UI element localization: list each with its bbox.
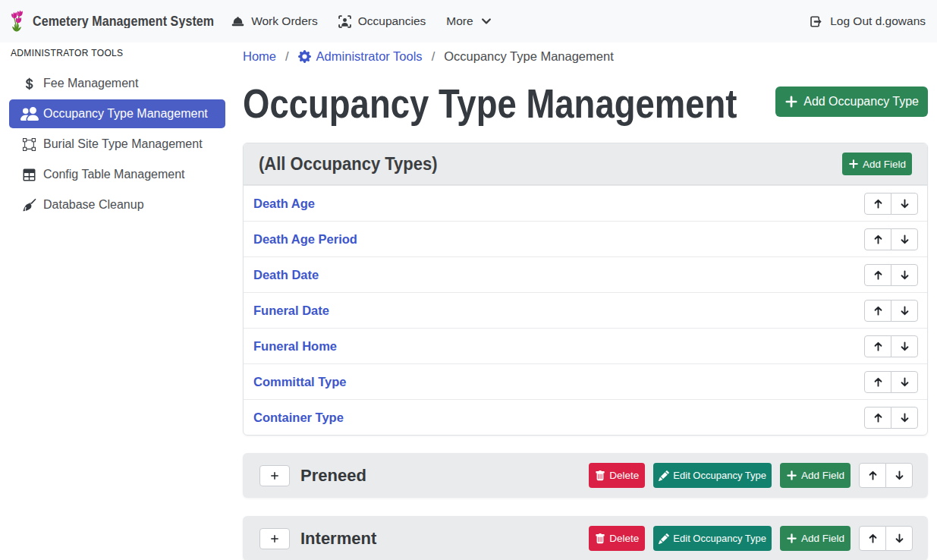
delete-button[interactable]: Delete <box>589 526 645 551</box>
sidebar-item-label: Config Table Management <box>43 168 185 181</box>
field-row: Death Age <box>244 185 927 221</box>
arrow-down-icon <box>899 198 910 209</box>
field-link-funeral-home[interactable]: Funeral Home <box>253 339 337 354</box>
trash-icon <box>595 533 605 544</box>
add-field-button[interactable]: Add Field <box>780 526 851 551</box>
main-content: Home / Administrator Tools / Occupancy T… <box>234 42 937 560</box>
delete-button[interactable]: Delete <box>589 463 645 488</box>
move-up-button[interactable] <box>864 264 891 286</box>
sidebar-item-burial-site-type-management[interactable]: Burial Site Type Management <box>9 130 225 159</box>
move-up-button[interactable] <box>864 300 891 322</box>
section-actions: Delete Edit Occupancy Type Add Field <box>589 463 913 488</box>
nav-item-more[interactable]: More <box>446 14 491 28</box>
all-occupancy-types-card: (All Occupancy Types) Add Field Death Ag… <box>243 143 928 436</box>
move-up-button[interactable] <box>864 335 891 357</box>
occupancy-type-section-interment: Interment Delete Edit Occupancy Type Add… <box>243 516 928 560</box>
person-bounding-box-icon <box>338 15 351 28</box>
nav-item-work-orders[interactable]: Work Orders <box>231 14 318 28</box>
move-down-button[interactable] <box>891 371 918 393</box>
field-link-death-age-period[interactable]: Death Age Period <box>253 232 357 247</box>
breadcrumb-home[interactable]: Home <box>243 49 276 64</box>
brand[interactable]: Cemetery Management System <box>11 10 214 33</box>
plus-icon <box>785 95 798 109</box>
arrow-up-icon <box>873 412 884 423</box>
breadcrumb-administrator-tools[interactable]: Administrator Tools <box>298 49 423 64</box>
field-row: Death Date <box>244 256 927 292</box>
move-down-button[interactable] <box>891 300 918 322</box>
field-link-committal-type[interactable]: Committal Type <box>253 375 347 389</box>
field-link-funeral-date[interactable]: Funeral Date <box>253 304 329 318</box>
sidebar-item-occupancy-type-management[interactable]: Occupancy Type Management <box>9 99 225 128</box>
logout-button[interactable]: Log Out d.gowans <box>810 14 926 28</box>
people-icon <box>20 105 39 123</box>
arrow-up-icon <box>873 305 884 316</box>
move-up-button[interactable] <box>859 526 886 551</box>
expand-button[interactable] <box>259 528 290 549</box>
arrow-up-icon <box>867 533 879 544</box>
page-header: Occupancy Type Management Add Occupancy … <box>243 85 928 123</box>
move-up-button[interactable] <box>859 463 886 488</box>
tulips-logo-icon <box>11 10 24 33</box>
field-link-container-type[interactable]: Container Type <box>253 411 344 425</box>
field-link-death-age[interactable]: Death Age <box>253 197 315 211</box>
arrow-down-icon <box>899 234 910 245</box>
table-icon <box>20 168 39 181</box>
field-row: Committal Type <box>244 363 927 399</box>
move-up-button[interactable] <box>864 228 891 250</box>
move-down-button[interactable] <box>885 526 913 551</box>
move-down-button[interactable] <box>891 228 918 250</box>
move-down-button[interactable] <box>891 335 918 357</box>
add-occupancy-type-button[interactable]: Add Occupancy Type <box>775 87 928 117</box>
field-link-death-date[interactable]: Death Date <box>253 268 319 282</box>
edit-occupancy-type-button[interactable]: Edit Occupancy Type <box>653 463 772 488</box>
move-up-button[interactable] <box>864 193 891 215</box>
expand-button[interactable] <box>259 465 290 486</box>
trash-icon <box>595 470 605 481</box>
move-down-button[interactable] <box>891 193 918 215</box>
logout-icon <box>810 15 823 28</box>
section-title: Preneed <box>300 466 366 486</box>
bounding-box-icon <box>20 138 39 151</box>
arrow-up-icon <box>867 470 879 481</box>
all-types-card-title: (All Occupancy Types) <box>259 153 438 175</box>
move-down-button[interactable] <box>891 264 918 286</box>
breadcrumb: Home / Administrator Tools / Occupancy T… <box>243 47 928 65</box>
reorder-buttons <box>864 407 918 429</box>
reorder-buttons <box>864 371 918 393</box>
brand-title: Cemetery Management System <box>33 14 214 29</box>
sidebar-item-fee-management[interactable]: Fee Management <box>9 69 225 98</box>
chevron-down-icon <box>481 16 492 27</box>
arrow-up-icon <box>873 376 884 388</box>
nav-item-label: More <box>446 14 473 28</box>
add-field-button[interactable]: Add Field <box>842 153 912 175</box>
edit-occupancy-type-button[interactable]: Edit Occupancy Type <box>653 526 772 551</box>
broom-icon <box>20 198 39 212</box>
reorder-buttons <box>864 193 918 215</box>
page-title: Occupancy Type Management <box>243 82 737 127</box>
reorder-buttons <box>864 300 918 322</box>
reorder-buttons <box>864 335 918 357</box>
sidebar-item-label: Occupancy Type Management <box>43 107 208 121</box>
sidebar-heading: ADMINISTRATOR TOOLS <box>11 48 234 58</box>
move-down-button[interactable] <box>891 407 918 429</box>
pencil-icon <box>659 533 669 544</box>
move-up-button[interactable] <box>864 371 891 393</box>
move-down-button[interactable] <box>885 463 913 488</box>
plus-icon <box>269 470 280 481</box>
hard-hat-icon <box>231 15 244 28</box>
nav-item-occupancies[interactable]: Occupancies <box>338 14 426 28</box>
nav-item-label: Occupancies <box>358 14 426 28</box>
field-row: Funeral Home <box>244 328 927 363</box>
arrow-down-icon <box>899 305 910 316</box>
move-up-button[interactable] <box>864 407 891 429</box>
add-field-button[interactable]: Add Field <box>780 463 851 488</box>
sidebar-item-config-table-management[interactable]: Config Table Management <box>9 160 225 189</box>
field-row: Death Age Period <box>244 221 927 256</box>
arrow-up-icon <box>873 341 884 352</box>
arrow-down-icon <box>894 470 905 481</box>
sidebar-item-database-cleanup[interactable]: Database Cleanup <box>9 190 225 219</box>
arrow-up-icon <box>873 198 884 209</box>
field-row: Funeral Date <box>244 292 927 328</box>
plus-icon <box>786 533 797 544</box>
breadcrumb-separator: / <box>432 49 435 64</box>
